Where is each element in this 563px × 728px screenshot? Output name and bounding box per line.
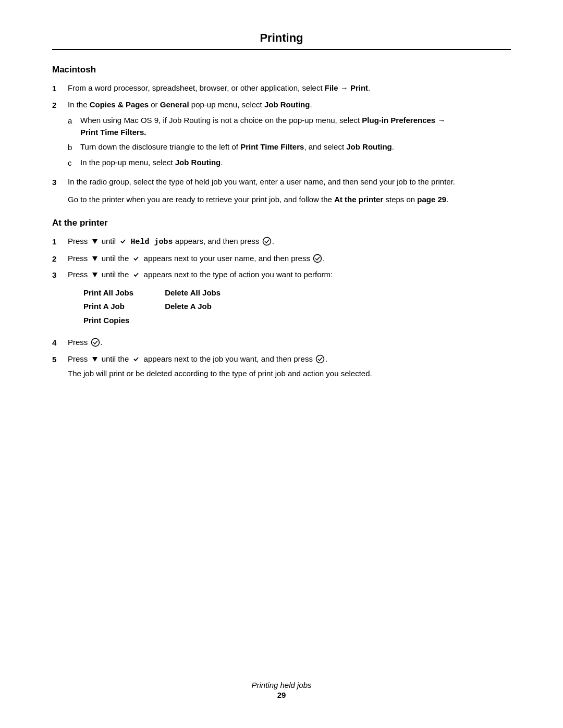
- step-2b: b Turn down the disclosure triangle to t…: [68, 141, 511, 154]
- page-title-area: Printing: [52, 31, 511, 45]
- step-3-content: In the radio group, select the type of h…: [68, 176, 511, 188]
- down-arrow-icon-1: [91, 237, 99, 246]
- step-num-3: 3: [52, 176, 68, 189]
- macintosh-step-3: 3 In the radio group, select the type of…: [52, 176, 511, 189]
- printer-step-num-3: 3: [52, 269, 68, 281]
- printer-step-num-2: 2: [52, 253, 68, 265]
- printer-step-4-content: Press .: [68, 337, 511, 349]
- page: Printing Macintosh 1 From a word process…: [0, 0, 563, 728]
- checkmark-icon-5: [131, 354, 141, 364]
- step-1-file: File: [325, 83, 338, 92]
- step-1-content: From a word processor, spreadsheet, brow…: [68, 82, 511, 94]
- checkmark-icon-1: [118, 237, 128, 246]
- select-circle-4: [91, 338, 100, 347]
- step-num-1: 1: [52, 82, 68, 95]
- macintosh-heading: Macintosh: [52, 65, 511, 75]
- action-delete-all-jobs: Delete All Jobs: [165, 286, 252, 300]
- svg-marker-2: [92, 256, 97, 261]
- select-circle-5: [315, 354, 325, 364]
- step-2-copies: Copies & Pages: [90, 100, 149, 109]
- printer-step-4: 4 Press .: [52, 337, 511, 349]
- step-2-content: In the Copies & Pages or General pop-up …: [68, 99, 511, 172]
- action-print-a-job: Print A Job: [83, 300, 165, 314]
- macintosh-step-2: 2 In the Copies & Pages or General pop-u…: [52, 99, 511, 172]
- footer: Printing held jobs 29: [0, 681, 563, 699]
- arrow2: →: [437, 116, 445, 125]
- printer-step-1-content: Press until Held jobs appears, and then …: [68, 236, 511, 249]
- svg-marker-0: [92, 239, 97, 244]
- step-2c-content: In the pop-up menu, select Job Routing.: [80, 157, 511, 169]
- action-print-copies: Print Copies: [83, 314, 165, 328]
- checkmark-icon-3: [131, 270, 141, 279]
- macintosh-step-1: 1 From a word processor, spreadsheet, br…: [52, 82, 511, 95]
- step-1-print: Print: [350, 83, 368, 92]
- printer-steps: 1 Press until Held jobs appears, and the…: [52, 236, 511, 380]
- printer-step-3-content: Press until the appears next to the type…: [68, 269, 511, 332]
- step-2-jobrouting: Job Routing: [264, 100, 310, 109]
- macintosh-note: Go to the printer when you are ready to …: [68, 194, 511, 206]
- down-arrow-icon-2: [91, 254, 99, 263]
- svg-marker-4: [92, 273, 97, 277]
- step-2b-content: Turn down the disclosure triangle to the…: [80, 141, 511, 153]
- page-ref: page 29: [417, 195, 446, 204]
- step-2a: a When using Mac OS 9, if Job Routing is…: [68, 115, 511, 138]
- select-circle-1: [262, 237, 272, 246]
- job-routing-b: Job Routing: [346, 142, 391, 151]
- action-empty: [165, 314, 252, 328]
- printer-step-5: 5 Press until the appears next to the jo…: [52, 353, 511, 380]
- alpha-a: a: [68, 115, 80, 127]
- printer-step-1: 1 Press until Held jobs appears, and the…: [52, 236, 511, 249]
- arrow-icon: →: [340, 83, 348, 92]
- held-jobs-mono: Held jobs: [131, 238, 173, 246]
- printer-step-5-note: The job will print or be deleted accordi…: [68, 368, 511, 380]
- macintosh-steps: 1 From a word processor, spreadsheet, br…: [52, 82, 511, 189]
- action-row-1: Print All Jobs Delete All Jobs: [83, 286, 252, 300]
- select-circle-2: [313, 254, 322, 263]
- printer-step-num-4: 4: [52, 337, 68, 349]
- printer-step-num-5: 5: [52, 353, 68, 366]
- step-2-general: General: [160, 100, 189, 109]
- at-printer-heading: At the printer: [52, 218, 511, 228]
- printer-step-3: 3 Press until the appears next to the ty…: [52, 269, 511, 332]
- title-rule: [52, 49, 511, 50]
- svg-point-1: [263, 238, 271, 245]
- step-2c: c In the pop-up menu, select Job Routing…: [68, 157, 511, 169]
- alpha-b: b: [68, 141, 80, 154]
- action-delete-a-job: Delete A Job: [165, 300, 252, 314]
- step-2a-content: When using Mac OS 9, if Job Routing is n…: [80, 115, 511, 138]
- down-arrow-icon-5: [91, 354, 99, 364]
- printer-step-5-content: Press until the appears next to the job …: [68, 353, 511, 380]
- at-printer-ref: At the printer: [334, 195, 383, 204]
- action-row-2: Print A Job Delete A Job: [83, 300, 252, 314]
- plug-in-pref: Plug-in Preferences: [362, 116, 435, 125]
- printer-step-2: 2 Press until the appears next to your u…: [52, 253, 511, 265]
- step-num-2: 2: [52, 99, 68, 112]
- step-2-sub-list: a When using Mac OS 9, if Job Routing is…: [68, 115, 511, 169]
- macintosh-section: Macintosh 1 From a word processor, sprea…: [52, 65, 511, 205]
- action-table: Print All Jobs Delete All Jobs Print A J…: [83, 286, 252, 328]
- page-title: Printing: [52, 31, 511, 45]
- action-print-all-jobs: Print All Jobs: [83, 286, 165, 300]
- printer-step-num-1: 1: [52, 236, 68, 248]
- footer-page-num: 29: [0, 690, 563, 699]
- print-time-filters2: Print Time Filters: [240, 142, 304, 151]
- action-row-3: Print Copies: [83, 314, 252, 328]
- svg-marker-6: [92, 357, 97, 362]
- footer-italic: Printing held jobs: [0, 681, 563, 689]
- svg-point-5: [91, 339, 99, 347]
- at-printer-section: At the printer 1 Press until Held jobs: [52, 218, 511, 380]
- checkmark-icon-2: [131, 254, 141, 263]
- down-arrow-icon-3: [91, 270, 99, 279]
- alpha-c: c: [68, 157, 80, 169]
- print-time-filters-bold: Print Time Filters.: [80, 128, 146, 137]
- printer-step-2-content: Press until the appears next to your use…: [68, 253, 511, 265]
- svg-point-7: [316, 355, 324, 363]
- job-routing-c: Job Routing: [175, 158, 221, 167]
- svg-point-3: [314, 254, 322, 262]
